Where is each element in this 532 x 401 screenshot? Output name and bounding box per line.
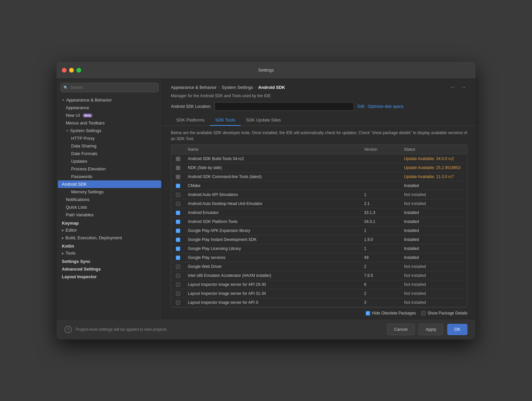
row-checkbox[interactable]	[176, 292, 180, 296]
maximize-button[interactable]	[76, 68, 81, 73]
tab-sdk-tools[interactable]: SDK Tools	[210, 115, 240, 126]
row-status: Update Available: 25.2.9519653	[401, 163, 467, 172]
close-button[interactable]	[62, 68, 66, 73]
sidebar-item-memory-settings[interactable]: Memory Settings	[57, 188, 163, 196]
sidebar-item-notifications[interactable]: Notifications	[57, 196, 163, 203]
row-status: Not installed	[401, 199, 467, 208]
sidebar-item-path-variables[interactable]: Path Variables	[57, 211, 163, 219]
search-icon: 🔍	[64, 86, 68, 90]
settings-window: Settings 🔍 ▼ Appearance & Behavior Appea…	[57, 62, 475, 339]
sidebar-item-updates[interactable]: Updates	[57, 157, 163, 165]
row-status: Installed	[401, 181, 467, 190]
row-version: 49	[361, 253, 401, 262]
row-checkbox[interactable]	[176, 202, 180, 206]
row-name: Android Auto Desktop Head Unit Emulator	[185, 199, 361, 208]
breadcrumb-part2: System Settings	[222, 85, 253, 90]
show-package-details-checkbox[interactable]	[421, 311, 426, 315]
row-status: Not installed	[401, 190, 467, 199]
table-row: Android SDK Platform-Tools34.0.1Installe…	[171, 217, 467, 226]
row-status: Installed	[401, 253, 467, 262]
sidebar-group-editor[interactable]: ▶ Editor	[57, 226, 163, 234]
row-version	[361, 172, 401, 181]
table-row: Android Auto Desktop Head Unit Emulator2…	[171, 199, 467, 208]
sidebar-item-appearance[interactable]: Appearance	[57, 104, 163, 111]
sidebar-item-new-ui[interactable]: New UI Beta	[57, 111, 163, 119]
sidebar-group-tools[interactable]: ▶ Tools	[57, 249, 163, 257]
row-name: Layout Inspector image server for API 31…	[185, 289, 361, 298]
row-checkbox[interactable]	[176, 238, 180, 242]
search-box[interactable]: 🔍	[61, 83, 159, 92]
sidebar-group-appearance-behavior[interactable]: ▼ Appearance & Behavior	[57, 96, 163, 104]
sidebar-section-layout-inspector[interactable]: Layout Inspector	[57, 272, 163, 280]
row-version: 1	[361, 244, 401, 253]
row-status: Not installed	[401, 298, 467, 307]
optimize-disk-button[interactable]: Optimize disk space	[368, 104, 403, 109]
minimize-button[interactable]	[69, 68, 74, 73]
sidebar-section-advanced-settings[interactable]: Advanced Settings	[57, 265, 163, 272]
row-checkbox[interactable]	[176, 166, 180, 170]
hide-obsolete-checkbox[interactable]	[366, 311, 370, 315]
ok-button[interactable]: OK	[447, 324, 467, 335]
sidebar-item-menus-toolbars[interactable]: Menus and Toolbars	[57, 119, 163, 127]
row-checkbox[interactable]	[176, 301, 180, 305]
sidebar-section-kotlin[interactable]: Kotlin	[57, 242, 163, 249]
beta-badge: Beta	[83, 113, 93, 117]
sidebar-section-settings-sync[interactable]: Settings Sync	[57, 257, 163, 265]
sidebar-item-date-formats[interactable]: Date Formats	[57, 150, 163, 157]
row-version: 1.9.0	[361, 235, 401, 244]
row-name: Google Play Instant Development SDK	[185, 235, 361, 244]
th-version: Version	[361, 145, 401, 154]
table-row: Android SDK Build-Tools 34-rc2Update Ava…	[171, 154, 467, 163]
nav-arrows: ← →	[449, 84, 467, 91]
edit-button[interactable]: Edit	[357, 104, 364, 109]
row-checkbox[interactable]	[176, 247, 180, 251]
row-name: Layout Inspector image server for API S	[185, 298, 361, 307]
sidebar-item-process-elevation[interactable]: Process Elevation	[57, 165, 163, 173]
row-name: Intel x86 Emulator Accelerator (HAXM ins…	[185, 271, 361, 280]
traffic-lights	[62, 68, 81, 73]
tab-sdk-update-sites[interactable]: SDK Update Sites	[241, 115, 286, 126]
row-status: Installed	[401, 244, 467, 253]
row-name: Android SDK Platform-Tools	[185, 217, 361, 226]
table-row: Google Play services49Installed	[171, 253, 467, 262]
sidebar-subgroup-system-settings[interactable]: ▼ System Settings	[57, 127, 163, 134]
table-row: Layout Inspector image server for API 31…	[171, 289, 467, 298]
sdk-location-label: Android SDK Location:	[171, 104, 211, 109]
description-text: Below are the available SDK developer to…	[163, 126, 475, 144]
table-row: Intel x86 Emulator Accelerator (HAXM ins…	[171, 271, 467, 280]
tab-sdk-platforms[interactable]: SDK Platforms	[171, 115, 210, 126]
row-checkbox[interactable]	[176, 256, 180, 260]
row-version: 2	[361, 262, 401, 271]
forward-arrow[interactable]: →	[460, 84, 467, 91]
sidebar-section-keymap[interactable]: Keymap	[57, 219, 163, 226]
sidebar-item-http-proxy[interactable]: HTTP Proxy	[57, 134, 163, 142]
sidebar-item-quick-lists[interactable]: Quick Lists	[57, 203, 163, 211]
row-version: 6	[361, 280, 401, 289]
row-checkbox[interactable]	[176, 211, 180, 215]
row-checkbox[interactable]	[176, 220, 180, 224]
cancel-button[interactable]: Cancel	[387, 324, 414, 335]
help-icon[interactable]: ?	[65, 326, 72, 333]
sdk-path-input[interactable]	[214, 102, 354, 111]
table-row: Android Auto API Simulators1Not installe…	[171, 190, 467, 199]
search-input[interactable]	[70, 85, 156, 90]
row-checkbox[interactable]	[176, 265, 180, 269]
back-arrow[interactable]: ←	[449, 84, 457, 91]
row-checkbox[interactable]	[176, 274, 180, 278]
row-version: 33.1.3	[361, 208, 401, 217]
sidebar-item-passwords[interactable]: Passwords	[57, 173, 163, 180]
sidebar-group-build[interactable]: ▶ Build, Execution, Deployment	[57, 234, 163, 242]
sidebar-group-build-label: Build, Execution, Deployment	[66, 235, 122, 240]
sidebar-item-data-sharing[interactable]: Data Sharing	[57, 142, 163, 150]
row-name: Google Play Licensing Library	[185, 244, 361, 253]
apply-button[interactable]: Apply	[419, 324, 444, 335]
row-checkbox[interactable]	[176, 193, 180, 197]
row-checkbox[interactable]	[176, 283, 180, 287]
row-checkbox[interactable]	[176, 229, 180, 233]
row-checkbox[interactable]	[176, 157, 180, 161]
table-row: Layout Inspector image server for API S3…	[171, 298, 467, 307]
row-checkbox[interactable]	[176, 184, 180, 188]
sidebar-item-android-sdk[interactable]: Android SDK	[58, 180, 161, 188]
right-panel: Appearance & Behavior › System Settings …	[163, 79, 475, 319]
row-checkbox[interactable]	[176, 175, 180, 179]
